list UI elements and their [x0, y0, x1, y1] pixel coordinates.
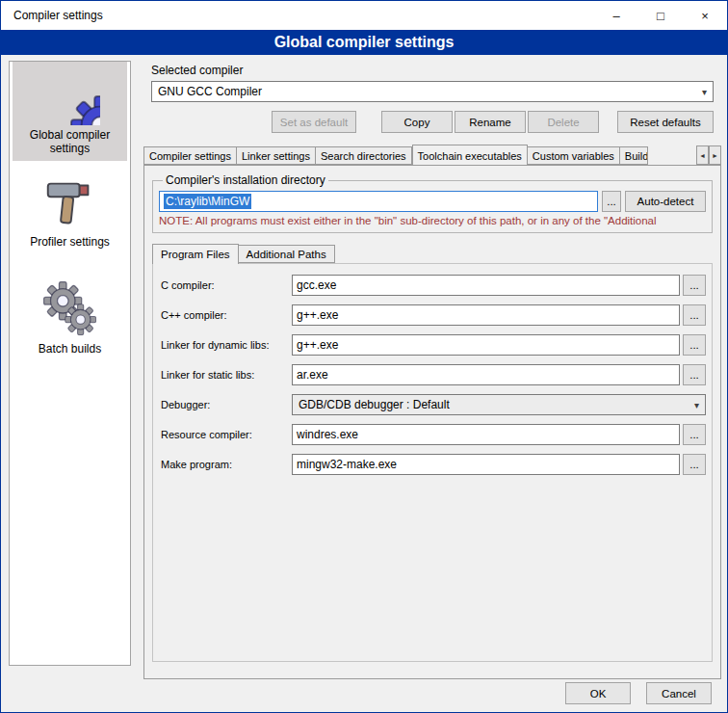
sidebar-item-label: Batch builds — [39, 342, 101, 356]
sidebar: Global compiler settings Profiler settin… — [9, 61, 131, 666]
gears-icon — [40, 279, 100, 339]
profiler-icon — [40, 172, 100, 232]
static-linker-row: Linker for static libs: ar.exe ... — [161, 364, 706, 385]
cpp-compiler-browse-button[interactable]: ... — [683, 304, 706, 326]
make-program-value: mingw32-make.exe — [297, 458, 397, 471]
resource-compiler-input[interactable]: windres.exe — [292, 424, 680, 445]
c-compiler-browse-button[interactable]: ... — [683, 275, 706, 296]
c-compiler-input[interactable]: gcc.exe — [292, 275, 680, 296]
compiler-action-buttons: Set as default Copy Rename Delete Reset … — [151, 111, 714, 133]
tab-scroll-right-button[interactable]: ► — [709, 145, 721, 165]
sidebar-item-label: Profiler settings — [30, 235, 110, 249]
tab-linker-settings[interactable]: Linker settings — [237, 146, 316, 165]
debugger-value: GDB/CDB debugger : Default — [299, 398, 450, 411]
selected-compiler-dropdown[interactable]: GNU GCC Compiler ▾ — [151, 81, 714, 102]
minimize-icon: – — [612, 9, 619, 23]
tab-scroll-left-button[interactable]: ◄ — [696, 145, 709, 165]
resource-compiler-label: Resource compiler: — [161, 429, 289, 440]
tab-toolchain-executables[interactable]: Toolchain executables — [412, 145, 528, 165]
subtab-additional-paths[interactable]: Additional Paths — [239, 245, 335, 263]
install-dir-value: C:\raylib\MinGW — [164, 194, 251, 209]
close-icon: × — [701, 9, 709, 23]
rename-button[interactable]: Rename — [455, 111, 526, 133]
window-controls: – □ × — [594, 1, 727, 30]
arrow-right-icon: ► — [712, 152, 718, 159]
compiler-settings-dialog: Compiler settings – □ × Global compiler … — [0, 0, 728, 713]
dynamic-linker-label: Linker for dynamic libs: — [161, 339, 289, 351]
cpp-compiler-input[interactable]: g++.exe — [292, 304, 680, 326]
make-program-label: Make program: — [161, 459, 289, 470]
sidebar-item-profiler-settings[interactable]: Profiler settings — [13, 169, 127, 254]
resource-compiler-value: windres.exe — [297, 428, 358, 441]
dynamic-linker-row: Linker for dynamic libs: g++.exe ... — [161, 334, 706, 356]
tab-build-options[interactable]: Build — [620, 146, 648, 165]
install-dir-row: C:\raylib\MinGW ... Auto-detect — [159, 191, 706, 212]
dialog-footer: OK Cancel — [565, 682, 712, 704]
make-program-input[interactable]: mingw32-make.exe — [292, 454, 680, 475]
install-dir-note: NOTE: All programs must exist either in … — [159, 215, 706, 226]
install-dir-input[interactable]: C:\raylib\MinGW — [159, 191, 598, 212]
dynamic-linker-input[interactable]: g++.exe — [292, 334, 680, 356]
c-compiler-label: C compiler: — [161, 279, 289, 291]
make-program-browse-button[interactable]: ... — [683, 454, 706, 475]
tab-compiler-settings[interactable]: Compiler settings — [143, 146, 237, 165]
make-program-row: Make program: mingw32-make.exe ... — [161, 454, 706, 475]
copy-button[interactable]: Copy — [381, 111, 453, 133]
static-linker-browse-button[interactable]: ... — [683, 364, 706, 385]
arrow-left-icon: ◄ — [699, 152, 706, 159]
cpp-compiler-label: C++ compiler: — [161, 309, 289, 321]
sidebar-item-global-compiler-settings[interactable]: Global compiler settings — [13, 62, 127, 161]
selected-compiler-value: GNU GCC Compiler — [158, 85, 262, 98]
sidebar-item-batch-builds[interactable]: Batch builds — [13, 276, 127, 361]
debugger-label: Debugger: — [161, 399, 289, 410]
static-linker-label: Linker for static libs: — [161, 369, 289, 381]
dynamic-linker-value: g++.exe — [297, 338, 338, 352]
resource-compiler-row: Resource compiler: windres.exe ... — [161, 424, 706, 445]
chevron-down-icon: ▾ — [689, 400, 699, 410]
ok-button[interactable]: OK — [565, 682, 631, 704]
set-as-default-button[interactable]: Set as default — [272, 111, 356, 133]
static-linker-value: ar.exe — [297, 368, 328, 382]
page-title-banner: Global compiler settings — [1, 30, 727, 55]
maximize-icon: □ — [657, 9, 664, 23]
selected-compiler-label: Selected compiler — [151, 64, 243, 77]
toolchain-executables-panel: Compiler's installation directory C:\ray… — [143, 165, 721, 679]
main-panel: Selected compiler GNU GCC Compiler ▾ Set… — [143, 61, 721, 679]
minimize-button[interactable]: – — [594, 1, 638, 30]
sidebar-item-label: Global compiler settings — [14, 128, 125, 155]
window-title: Compiler settings — [1, 9, 103, 22]
install-dir-group-title: Compiler's installation directory — [163, 173, 328, 187]
program-files-tabbar: Program Files Additional Paths — [152, 243, 720, 263]
program-files-panel: C compiler: gcc.exe ... C++ compiler: g+… — [152, 263, 713, 662]
cpp-compiler-value: g++.exe — [297, 308, 338, 322]
tab-custom-variables[interactable]: Custom variables — [528, 146, 620, 165]
autodetect-button[interactable]: Auto-detect — [625, 191, 706, 212]
install-dir-group: Compiler's installation directory C:\ray… — [152, 173, 713, 233]
chevron-down-icon: ▾ — [696, 87, 707, 97]
settings-tabbar: Compiler settings Linker settings Search… — [143, 144, 721, 165]
static-linker-input[interactable]: ar.exe — [292, 364, 680, 385]
c-compiler-row: C compiler: gcc.exe ... — [161, 275, 706, 296]
reset-defaults-button[interactable]: Reset defaults — [617, 111, 714, 133]
subtab-program-files[interactable]: Program Files — [152, 244, 239, 264]
debugger-dropdown[interactable]: GDB/CDB debugger : Default ▾ — [292, 394, 706, 415]
dynamic-linker-browse-button[interactable]: ... — [683, 334, 706, 356]
gear-icon — [40, 66, 100, 125]
c-compiler-value: gcc.exe — [297, 278, 336, 292]
delete-button[interactable]: Delete — [528, 111, 599, 133]
cpp-compiler-row: C++ compiler: g++.exe ... — [161, 304, 706, 326]
maximize-button[interactable]: □ — [638, 1, 683, 30]
install-dir-browse-button[interactable]: ... — [602, 191, 621, 212]
close-button[interactable]: × — [683, 1, 727, 30]
cancel-button[interactable]: Cancel — [646, 682, 712, 704]
debugger-row: Debugger: GDB/CDB debugger : Default ▾ — [161, 394, 706, 415]
page-title: Global compiler settings — [274, 34, 455, 51]
tab-search-directories[interactable]: Search directories — [316, 146, 412, 165]
titlebar[interactable]: Compiler settings – □ × — [1, 1, 727, 30]
resource-compiler-browse-button[interactable]: ... — [683, 424, 706, 445]
